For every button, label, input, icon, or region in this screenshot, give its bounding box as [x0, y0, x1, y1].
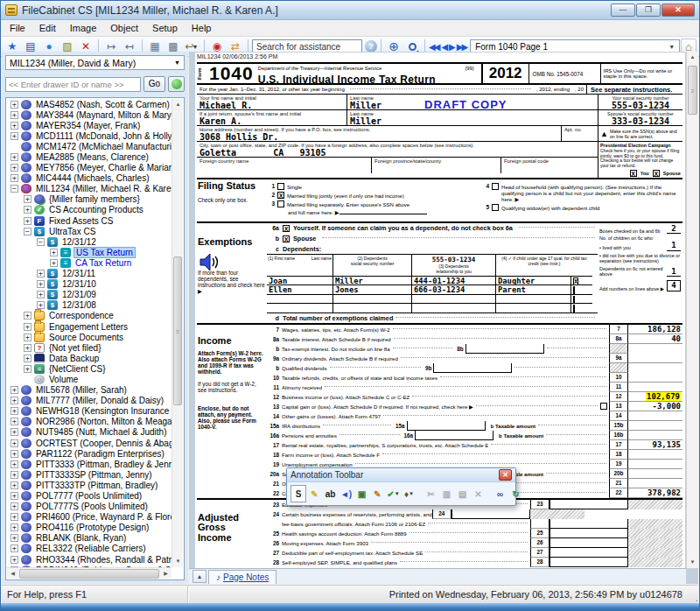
refresh-annotations-icon[interactable]: ↻	[508, 485, 523, 502]
tree-item[interactable]: +?{Not yet filed}	[7, 342, 172, 353]
annotation-toolbar-titlebar[interactable]: Annotation Toolbar ✕	[287, 468, 515, 482]
expand-icon[interactable]: +	[10, 513, 18, 521]
tree-item[interactable]: +$12/31/09	[7, 290, 172, 300]
chevron-down-icon[interactable]: ▼	[192, 44, 199, 50]
tree-item[interactable]: +NUT9485 (Nutt, Michael & Judith)	[7, 427, 172, 438]
expand-icon[interactable]: +	[10, 439, 18, 447]
expand-icon[interactable]: +	[10, 534, 18, 542]
tree-item[interactable]: +OCRTEST (Cooper, Dennis & Abagail)	[7, 438, 172, 448]
scroll-down-icon[interactable]: ▼	[687, 557, 698, 568]
scroll-up-icon[interactable]: ▲	[687, 52, 698, 63]
tree-item[interactable]: ○Volume	[7, 374, 172, 384]
menu-edit[interactable]: Edit	[32, 21, 63, 35]
expand-icon[interactable]: +	[24, 217, 32, 225]
tree-item[interactable]: +PITT3333 (Pittman, Bradley & Jenny)	[7, 459, 172, 469]
expand-icon[interactable]: +	[10, 450, 18, 458]
checkmark-annotation-icon[interactable]: ✔▼	[386, 485, 401, 502]
tree-item[interactable]: +$12/31/08	[7, 300, 172, 311]
expand-icon[interactable]: +	[10, 132, 18, 140]
cut-icon[interactable]: ✂	[424, 485, 438, 502]
expand-icon[interactable]: +	[10, 174, 18, 182]
tree-item[interactable]: +≡CA Tax Return	[7, 257, 172, 268]
expand-icon[interactable]: +	[10, 101, 18, 109]
expand-icon[interactable]: +	[10, 153, 18, 161]
maximize-button[interactable]: ❐	[636, 4, 661, 17]
menu-image[interactable]: Image	[63, 21, 104, 35]
collapse-icon[interactable]: −	[10, 185, 18, 193]
go-button[interactable]: Go	[144, 76, 165, 92]
tree-item[interactable]: +MEA2885 (Means, Clarence)	[7, 151, 172, 162]
chevron-down-icon[interactable]: ▼	[395, 491, 400, 496]
tree-item[interactable]: −$12/31/12	[7, 236, 172, 247]
expand-icon[interactable]: +	[24, 355, 32, 362]
expand-icon[interactable]: +	[24, 334, 32, 341]
tree-item[interactable]: +RBLANK (Blank, Ryan)	[7, 533, 172, 544]
copy-icon[interactable]: ▥	[439, 485, 454, 502]
tree-item[interactable]: +NEWHG18 (Kensington Insurance Group)	[7, 406, 172, 417]
drawer-selector[interactable]: MIL1234 (Miller, David & Mary) ▼	[5, 55, 185, 70]
tree-item[interactable]: +PITT3333SP (Pittman, Jenny)	[7, 469, 172, 480]
expand-icon[interactable]: +	[10, 544, 18, 552]
expand-icon[interactable]: +	[24, 323, 32, 331]
scrollbar-thumb[interactable]: ≡	[688, 66, 697, 115]
tree-item[interactable]: +PRO4116 (Prototype Design)	[7, 523, 172, 533]
tree-item[interactable]: +MAS4852 (Nash, Scott & Carmen)	[7, 99, 172, 109]
tree-item[interactable]: +MCD1111 (McDonald, John & Holly)	[7, 130, 172, 141]
help-icon[interactable]: ?	[365, 40, 377, 53]
expand-icon[interactable]: +	[24, 344, 32, 352]
tree-item[interactable]: +NOR2986 (Norton, Milton & Meagan)	[7, 417, 172, 427]
expand-icon[interactable]: +	[10, 164, 18, 172]
expand-icon[interactable]: +	[10, 122, 18, 130]
tree-item[interactable]: +$12/31/10	[7, 279, 172, 290]
tree-hscrollbar[interactable]: ◀ ▶	[7, 567, 172, 579]
tree-item[interactable]: +POL7777 (Pools Unlimited)	[7, 490, 172, 501]
tree-item[interactable]: +{Miller family members}	[7, 194, 172, 205]
expand-icon[interactable]: +	[24, 195, 32, 203]
tree-item[interactable]: +MIL7777 (Miller, Donald & Daisy)	[7, 396, 172, 406]
tree-item[interactable]: +$12/31/11	[7, 269, 172, 279]
tree-item[interactable]: +Data Backup	[7, 353, 172, 363]
tree-item[interactable]: +POL7777S (Pools Unlimited)	[7, 502, 172, 512]
tree-item[interactable]: +MIL5678 (Miller, Sarah)	[7, 385, 172, 396]
expand-icon[interactable]: +	[10, 386, 18, 394]
tree-item[interactable]: +={NetClient CS}	[7, 363, 172, 374]
collapse-notes-icon[interactable]: ▲	[192, 570, 206, 583]
collapse-icon[interactable]: −	[24, 228, 32, 235]
scrollbar-thumb[interactable]	[19, 569, 159, 579]
expand-icon[interactable]: +	[37, 301, 45, 309]
chevron-down-icon[interactable]: ▼	[409, 491, 414, 496]
close-icon[interactable]: ✕	[499, 469, 512, 481]
scroll-up-icon[interactable]: ▲	[172, 99, 184, 110]
text-annotation-icon[interactable]: ab	[323, 485, 338, 502]
last-page-icon[interactable]: ▶▶	[457, 42, 466, 52]
tree-item[interactable]: MCM1472 (McMichael Manufacturing)	[7, 141, 172, 151]
expand-icon[interactable]: +	[10, 481, 18, 489]
page-notes-tab[interactable]: ♪ Page Notes	[208, 570, 276, 584]
expand-icon[interactable]: +	[50, 249, 58, 256]
expand-icon[interactable]: +	[10, 471, 18, 479]
tree-item[interactable]: +FFixed Assets CS	[7, 215, 172, 226]
expand-icon[interactable]: +	[10, 111, 18, 119]
expand-icon[interactable]: +	[10, 428, 18, 436]
tree-item[interactable]: +RHO3344 (Rhodes, Randall & Patricia)	[7, 554, 172, 565]
close-button[interactable]: ✕	[662, 4, 695, 17]
next-page-icon[interactable]: ▶	[449, 42, 454, 52]
menu-object[interactable]: Object	[103, 21, 145, 35]
highlighter-icon[interactable]: ✎	[307, 485, 322, 502]
scroll-left-icon[interactable]: ◀	[7, 568, 18, 579]
expand-icon[interactable]: +	[10, 556, 18, 564]
collapse-icon[interactable]: −	[37, 238, 45, 246]
expand-icon[interactable]: +	[10, 502, 18, 510]
expand-icon[interactable]: +	[24, 312, 32, 320]
expand-icon[interactable]: +	[10, 407, 18, 415]
image-annotation-icon[interactable]: ▣	[354, 485, 369, 502]
tree-item[interactable]: +Engagement Letters	[7, 321, 172, 332]
find-annotation-icon[interactable]: ∞	[493, 485, 508, 502]
expand-icon[interactable]: +	[24, 206, 32, 214]
tree-item[interactable]: +✓CS Accounting Products	[7, 205, 172, 215]
stamp-select-icon[interactable]: S	[290, 485, 306, 502]
expand-icon[interactable]: +	[24, 365, 32, 373]
tree-item[interactable]: −MIL1234 (Miller, Michael R. & Karen A.)	[7, 184, 172, 194]
tree-item[interactable]: +MAYER354 (Mayer, Frank)	[7, 120, 172, 130]
tree-item[interactable]: +MAY3844 (Maynard, Milton & Mary)	[7, 109, 172, 120]
